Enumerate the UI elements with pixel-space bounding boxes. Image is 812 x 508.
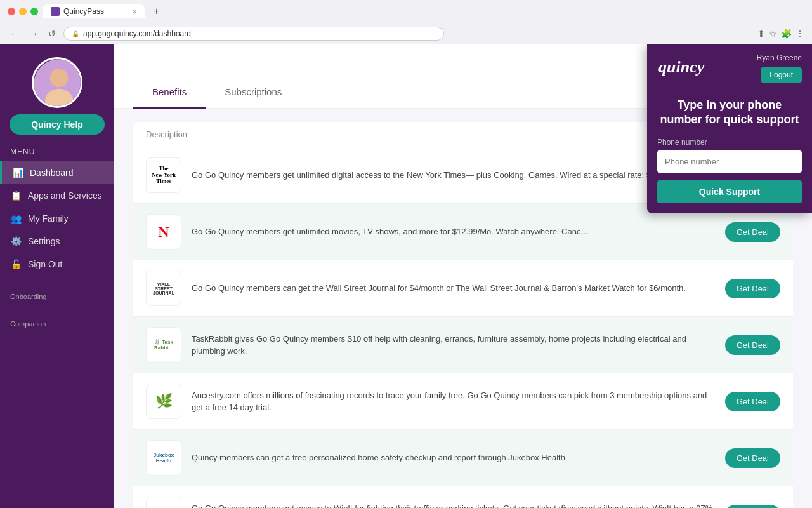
browser-tab[interactable]: QuincyPass ✕ xyxy=(43,4,145,18)
popup-username: Ryan Greene xyxy=(757,53,802,62)
settings-icon: ⚙️ xyxy=(10,236,22,246)
netflix-logo: N xyxy=(146,214,181,250)
phone-label: Phone number xyxy=(657,138,802,147)
ancestry-logo: 🌿 xyxy=(146,384,181,419)
popup-header: quincy Ryan Greene Logout xyxy=(647,44,812,88)
netflix-logo-text: N xyxy=(158,224,169,241)
maximize-dot[interactable] xyxy=(30,8,38,15)
ancestry-logo-text: 🌿 xyxy=(155,393,173,410)
apps-icon: 📋 xyxy=(10,190,22,201)
svg-text:quincy: quincy xyxy=(658,58,705,76)
nyt-logo-text: TheNew YorkTimes xyxy=(152,166,176,185)
sidebar-item-settings-label: Settings xyxy=(28,236,60,246)
taskrabbit-logo: 🐰 TaskRabbit xyxy=(146,327,181,363)
popup-body: Type in your phone number for quick supp… xyxy=(647,88,812,213)
table-row: winIt Go Go Quincy members get access to… xyxy=(133,486,793,508)
tab-title: QuincyPass xyxy=(63,7,104,16)
jukebox-logo: JukeboxHealth xyxy=(146,440,181,476)
lock-icon: 🔒 xyxy=(72,30,79,37)
sidebar-item-family-label: My Family xyxy=(28,213,69,224)
ancestry-description: Ancestry.com offers millions of fascinat… xyxy=(192,389,715,414)
taskrabbit-get-deal-button[interactable]: Get Deal xyxy=(725,335,780,355)
sidebar-item-family[interactable]: 👥 My Family xyxy=(0,207,114,230)
menu-label: Menu xyxy=(0,147,35,156)
wsj-get-deal-button[interactable]: Get Deal xyxy=(725,279,780,298)
jukebox-get-deal-button[interactable]: Get Deal xyxy=(725,448,780,468)
nyt-description: Go Go Quincy members get unlimited digit… xyxy=(192,169,715,182)
logout-button[interactable]: Logout xyxy=(761,67,802,83)
quick-support-button[interactable]: Quick Support xyxy=(657,180,802,203)
winit-description: Go Go Quincy members get access to WinIt… xyxy=(192,502,715,509)
avatar xyxy=(32,57,82,108)
share-button[interactable]: ⬆ xyxy=(757,29,765,39)
sidebar: Quincy Help Menu 📊 Dashboard 📋 Apps and … xyxy=(0,44,114,508)
sidebar-item-apps-label: Apps and Services xyxy=(28,190,102,201)
wsj-description: Go Go Quincy members can get the Wall St… xyxy=(192,282,715,295)
winit-logo: winIt xyxy=(146,497,181,508)
sidebar-item-settings[interactable]: ⚙️ Settings xyxy=(0,230,114,253)
quick-support-popup: quincy Ryan Greene Logout Type in your p… xyxy=(647,44,812,213)
jukebox-description: Quincy members can get a free personaliz… xyxy=(192,451,715,464)
sidebar-navigation: 📊 Dashboard 📋 Apps and Services 👥 My Fam… xyxy=(0,161,114,276)
close-dot[interactable] xyxy=(8,8,15,15)
tab-benefits[interactable]: Benefits xyxy=(133,76,206,109)
family-icon: 👥 xyxy=(10,213,22,224)
sidebar-section-onboarding: Onboarding xyxy=(0,293,47,300)
taskrabbit-description: TaskRabbit gives Go Go Quincy members $1… xyxy=(192,333,715,358)
sidebar-section-companion: Companion xyxy=(0,320,46,328)
more-button[interactable]: ⋮ xyxy=(796,29,804,39)
back-button[interactable]: ← xyxy=(8,27,22,40)
forward-button[interactable]: → xyxy=(27,27,41,40)
netflix-description: Go Go Quincy members get unlimited movie… xyxy=(192,225,715,238)
quincy-logo: quincy xyxy=(657,56,714,80)
table-row: 🌿 Ancestry.com offers millions of fascin… xyxy=(133,373,793,430)
main-layout: Quincy Help Menu 📊 Dashboard 📋 Apps and … xyxy=(0,44,812,508)
quincy-help-button[interactable]: Quincy Help xyxy=(10,114,105,135)
bookmark-button[interactable]: ☆ xyxy=(769,29,777,39)
table-row: 🐰 TaskRabbit TaskRabbit gives Go Go Quin… xyxy=(133,317,793,373)
sidebar-item-signout[interactable]: 🔓 Sign Out xyxy=(0,253,114,276)
netflix-get-deal-button[interactable]: Get Deal xyxy=(725,222,780,242)
browser-actions: ⬆ ☆ 🧩 ⋮ xyxy=(757,29,804,39)
extensions-button[interactable]: 🧩 xyxy=(781,29,792,39)
sidebar-item-dashboard-label: Dashboard xyxy=(30,168,74,178)
tab-subscriptions[interactable]: Subscriptions xyxy=(206,76,301,109)
svg-point-3 xyxy=(50,69,68,87)
dashboard-icon: 📊 xyxy=(12,168,23,178)
signout-icon: 🔓 xyxy=(10,259,22,269)
browser-chrome: QuincyPass ✕ + ← → ↺ 🔒 app.gogoquincy.co… xyxy=(0,0,812,44)
address-bar[interactable]: 🔒 app.gogoquincy.com/dashboard xyxy=(63,27,444,41)
reload-button[interactable]: ↺ xyxy=(46,27,58,40)
table-row: WALLSTREETJOURNAL Go Go Quincy members c… xyxy=(133,260,793,317)
phone-input[interactable] xyxy=(657,150,802,173)
main-content: Hello Admin! Benefits Subscriptions Desc… xyxy=(114,44,812,508)
wsj-logo-text: WALLSTREETJOURNAL xyxy=(153,282,174,295)
tab-favicon xyxy=(51,7,60,16)
sidebar-item-dashboard[interactable]: 📊 Dashboard xyxy=(0,161,114,184)
sidebar-item-signout-label: Sign Out xyxy=(28,259,62,269)
table-row: JukeboxHealth Quincy members can get a f… xyxy=(133,430,793,486)
minimize-dot[interactable] xyxy=(19,8,27,15)
jukebox-logo-text: JukeboxHealth xyxy=(154,452,174,464)
ancestry-get-deal-button[interactable]: Get Deal xyxy=(725,392,780,411)
tab-close-icon[interactable]: ✕ xyxy=(132,8,137,15)
sidebar-item-apps[interactable]: 📋 Apps and Services xyxy=(0,184,114,207)
new-tab-button[interactable]: + xyxy=(150,4,163,18)
nyt-logo: TheNew YorkTimes xyxy=(146,157,181,193)
taskrabbit-logo-text: 🐰 TaskRabbit xyxy=(154,339,173,351)
winit-get-deal-button[interactable]: Get Deal xyxy=(725,505,780,509)
url-text: app.gogoquincy.com/dashboard xyxy=(83,29,191,38)
window-controls xyxy=(8,8,38,15)
popup-title: Type in your phone number for quick supp… xyxy=(657,98,802,128)
wsj-logo: WALLSTREETJOURNAL xyxy=(146,271,181,306)
